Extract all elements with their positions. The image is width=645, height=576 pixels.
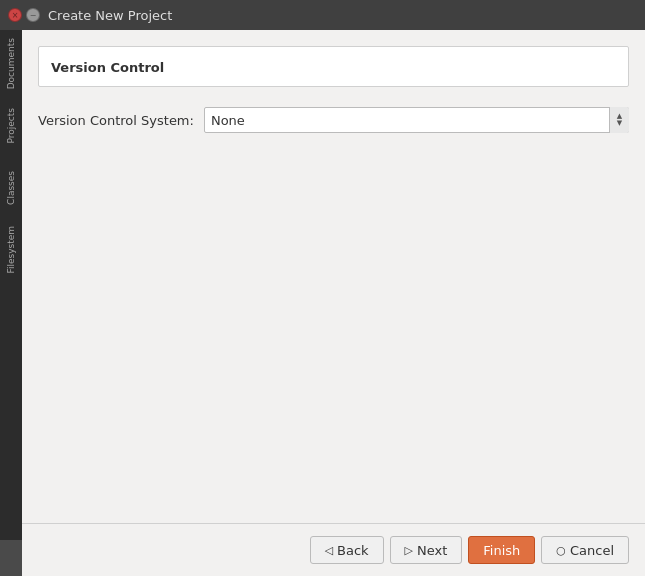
back-label: Back xyxy=(337,543,369,558)
minimize-button[interactable]: − xyxy=(26,8,40,22)
desktop: × − Create New Project Documents Project… xyxy=(0,0,645,576)
sidebar-item-label: Filesystem xyxy=(6,226,16,274)
next-button[interactable]: ▷ Next xyxy=(390,536,463,564)
cancel-label: Cancel xyxy=(570,543,614,558)
sidebar-item-projects[interactable]: Projects xyxy=(1,96,21,156)
titlebar: × − Create New Project xyxy=(0,0,645,30)
sidebar-item-label: Projects xyxy=(6,108,16,143)
cancel-icon: ○ xyxy=(556,544,566,557)
vcs-select[interactable]: None Git Mercurial Subversion xyxy=(204,107,629,133)
sidebar-item-label: Documents xyxy=(6,38,16,89)
vcs-form-row: Version Control System: None Git Mercuri… xyxy=(38,103,629,137)
finish-button[interactable]: Finish xyxy=(468,536,535,564)
dialog-content: Version Control Version Control System: … xyxy=(22,30,645,523)
section-header: Version Control xyxy=(38,46,629,87)
finish-label: Finish xyxy=(483,543,520,558)
next-label: Next xyxy=(417,543,447,558)
next-icon: ▷ xyxy=(405,544,413,557)
dialog-footer: ◁ Back ▷ Next Finish ○ Cancel xyxy=(22,523,645,576)
dialog: Version Control Version Control System: … xyxy=(22,30,645,576)
window-controls: × − xyxy=(8,8,40,22)
section-title: Version Control xyxy=(51,60,164,75)
back-button[interactable]: ◁ Back xyxy=(310,536,384,564)
cancel-button[interactable]: ○ Cancel xyxy=(541,536,629,564)
vcs-label: Version Control System: xyxy=(38,113,194,128)
sidebar-item-documents[interactable]: Documents xyxy=(1,34,21,94)
back-icon: ◁ xyxy=(325,544,333,557)
minimize-icon: − xyxy=(30,11,37,20)
titlebar-title: Create New Project xyxy=(48,8,172,23)
sidebar-item-filesystem[interactable]: Filesystem xyxy=(1,220,21,280)
close-button[interactable]: × xyxy=(8,8,22,22)
vcs-select-wrapper: None Git Mercurial Subversion ▲ ▼ xyxy=(204,107,629,133)
sidebar-item-label: Classes xyxy=(6,171,16,205)
sidebar-item-classes[interactable]: Classes xyxy=(1,158,21,218)
close-icon: × xyxy=(12,11,19,20)
sidebar: Documents Projects Classes Filesystem xyxy=(0,30,22,540)
